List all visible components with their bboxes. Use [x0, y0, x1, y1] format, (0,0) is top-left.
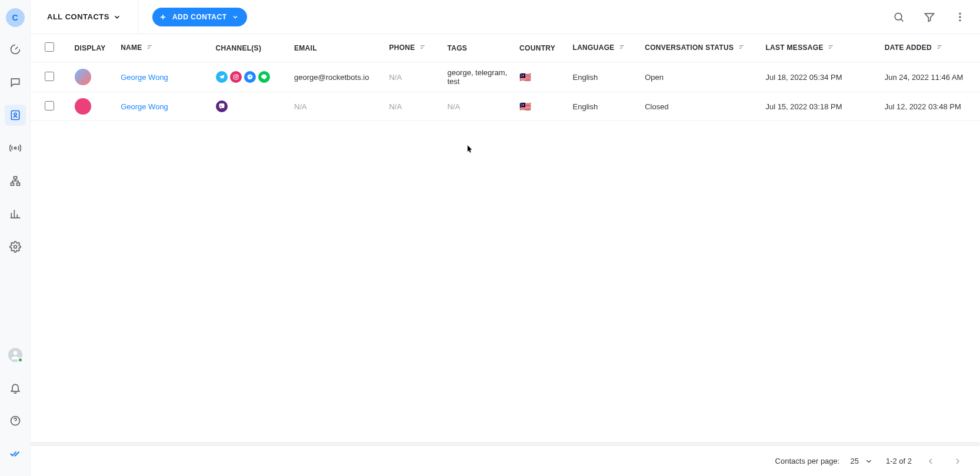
nav-workflows[interactable] — [5, 170, 26, 192]
kebab-icon — [954, 11, 966, 23]
bar-chart-icon — [9, 208, 21, 220]
instagram-icon — [230, 71, 242, 83]
footer: Contacts per page: 25 1-2 of 2 — [31, 445, 980, 476]
contact-name-link[interactable]: George Wong — [121, 73, 168, 82]
per-page-select[interactable]: 25 — [848, 455, 875, 467]
table-row[interactable]: George Wonggeorge@rocketbots.ioN/Ageorge… — [31, 62, 980, 92]
cell-date-added: Jun 24, 2022 11:46 AM — [879, 62, 980, 92]
header: ALL CONTACTS ADD CONTACT — [31, 0, 980, 34]
nav-dashboard[interactable] — [5, 39, 26, 60]
viber-icon — [216, 100, 228, 112]
table-row[interactable]: George WongN/AN/AN/A🇲🇾EnglishClosedJul 1… — [31, 92, 980, 121]
svg-rect-5 — [16, 183, 19, 185]
col-status-label: CONVERSATION STATUS — [645, 43, 734, 52]
col-last-message-label: LAST MESSAGE — [765, 43, 823, 52]
cell-email: george@rocketbots.io — [288, 62, 383, 92]
user-avatar — [8, 348, 22, 362]
col-name[interactable]: NAME — [115, 34, 209, 62]
cell-status: Closed — [639, 92, 759, 121]
svg-point-14 — [235, 76, 237, 78]
nav-contacts[interactable] — [5, 105, 26, 126]
chevron-down-icon — [865, 457, 873, 465]
svg-point-9 — [895, 13, 902, 20]
nav-reports[interactable] — [5, 203, 26, 224]
nav-broadcast[interactable] — [5, 138, 26, 159]
broadcast-icon — [9, 142, 21, 154]
col-status[interactable]: CONVERSATION STATUS — [639, 34, 759, 62]
segment-selector[interactable]: ALL CONTACTS — [45, 9, 124, 25]
add-contact-button[interactable]: ADD CONTACT — [152, 8, 247, 26]
col-phone[interactable]: PHONE — [383, 34, 441, 62]
row-select-checkbox[interactable] — [45, 72, 54, 81]
more-button[interactable] — [949, 6, 971, 28]
contact-name-link[interactable]: George Wong — [121, 102, 168, 111]
nav-tasks[interactable] — [5, 443, 26, 464]
per-page-label: Contacts per page: — [775, 457, 840, 465]
flag-icon: 🇲🇾 — [519, 72, 531, 82]
prev-page-button[interactable] — [922, 453, 939, 470]
nav-presence[interactable] — [5, 344, 26, 366]
cell-language: English — [567, 62, 639, 92]
gauge-icon — [9, 43, 21, 55]
col-select — [31, 34, 69, 62]
cell-phone: N/A — [383, 92, 441, 121]
svg-point-1 — [14, 113, 16, 115]
col-display[interactable]: DISPLAY — [69, 34, 115, 62]
table-body: George Wonggeorge@rocketbots.ioN/Ageorge… — [31, 62, 980, 121]
svg-rect-4 — [11, 183, 14, 185]
nav-top — [5, 39, 26, 257]
nav-messages[interactable] — [5, 72, 26, 93]
cell-country: 🇲🇾 — [514, 92, 566, 121]
next-page-button[interactable] — [949, 453, 966, 470]
chevron-down-icon — [232, 14, 239, 21]
col-date-added[interactable]: DATE ADDED — [879, 34, 980, 62]
nav-help[interactable] — [5, 410, 26, 431]
table-header: DISPLAY NAME CHANNEL(S) EMAIL PHONE TAGS… — [31, 34, 980, 62]
double-check-icon — [9, 448, 21, 460]
cell-phone: N/A — [383, 62, 441, 92]
svg-rect-3 — [14, 177, 16, 179]
nav-bottom — [5, 344, 26, 464]
channel-icons — [216, 100, 282, 112]
col-language-label: LANGUAGE — [573, 43, 615, 52]
row-select-checkbox[interactable] — [45, 101, 54, 110]
nav-notifications[interactable] — [5, 377, 26, 398]
segment-label: ALL CONTACTS — [47, 12, 109, 21]
chevron-left-icon — [926, 457, 935, 466]
cell-tags: george, telegram, test — [441, 62, 514, 92]
sort-icon — [828, 44, 835, 52]
contacts-table: DISPLAY NAME CHANNEL(S) EMAIL PHONE TAGS… — [31, 34, 980, 121]
filter-button[interactable] — [919, 6, 940, 28]
select-all-checkbox[interactable] — [45, 42, 54, 52]
svg-point-10 — [959, 12, 961, 14]
contact-avatar — [75, 69, 91, 85]
telegram-icon — [216, 71, 228, 83]
sidebar: C — [0, 0, 31, 476]
sort-icon — [738, 44, 745, 52]
search-icon — [893, 11, 905, 23]
sort-icon — [936, 44, 944, 52]
search-button[interactable] — [888, 6, 909, 28]
line-icon — [258, 71, 270, 83]
col-tags[interactable]: TAGS — [441, 34, 514, 62]
svg-point-7 — [13, 351, 17, 355]
bell-icon — [9, 382, 21, 394]
col-last-message[interactable]: LAST MESSAGE — [759, 34, 878, 62]
add-contact-label: ADD CONTACT — [172, 13, 227, 21]
svg-point-2 — [14, 147, 16, 149]
contact-avatar — [75, 98, 91, 115]
table-scroll[interactable]: DISPLAY NAME CHANNEL(S) EMAIL PHONE TAGS… — [31, 34, 980, 442]
nav-settings[interactable] — [5, 236, 26, 257]
col-language[interactable]: LANGUAGE — [567, 34, 639, 62]
cell-last-message: Jul 15, 2022 03:18 PM — [759, 92, 878, 121]
cursor-artifact — [467, 145, 473, 154]
sort-icon — [619, 44, 626, 52]
col-email[interactable]: EMAIL — [288, 34, 383, 62]
chevron-right-icon — [953, 457, 962, 466]
workspace-badge[interactable]: C — [6, 8, 25, 27]
flag-icon: 🇲🇾 — [519, 102, 531, 112]
col-channels[interactable]: CHANNEL(S) — [210, 34, 288, 62]
range-text: 1-2 of 2 — [886, 457, 912, 465]
svg-point-12 — [959, 19, 961, 21]
col-country[interactable]: COUNTRY — [514, 34, 566, 62]
